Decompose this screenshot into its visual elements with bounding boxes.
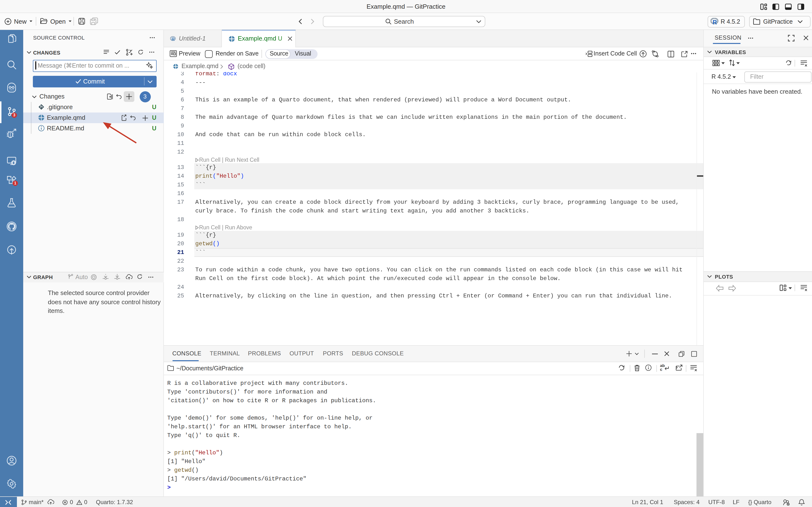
svg-text:R: R (171, 37, 175, 42)
svg-text:R: R (712, 19, 717, 25)
